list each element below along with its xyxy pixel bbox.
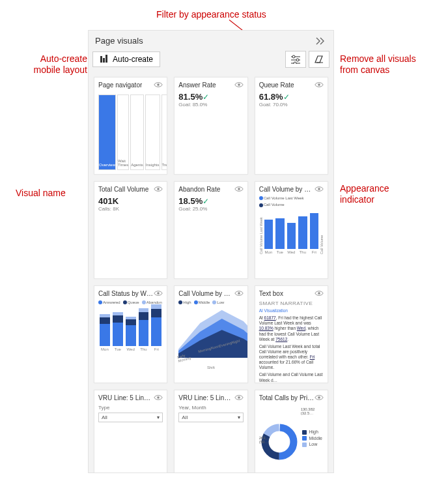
kpi-goal: Goal: 85.0% <box>178 102 243 108</box>
tile-title: Answer Rate <box>178 81 216 89</box>
svg-point-12 <box>318 83 320 86</box>
svg-point-15 <box>318 188 320 190</box>
legend: High Middle Low <box>302 428 322 448</box>
slicer-dropdown[interactable]: All ▾ <box>98 413 163 422</box>
chevron-down-icon: ▾ <box>238 414 240 420</box>
kpi-value: 401K <box>98 196 119 206</box>
svg-point-16 <box>158 292 160 295</box>
tile-call-volume-by-s[interactable]: Call Volume by S… High Middle Low Early … <box>174 285 247 383</box>
kpi-value: 81.5% <box>178 92 203 102</box>
eraser-icon <box>314 55 324 64</box>
tile-title: Text box <box>259 290 283 297</box>
svg-point-18 <box>318 292 320 295</box>
page-navigator-preview: Overview Wait Times Agents Insights Tren… <box>98 92 163 170</box>
slicer-field: Type <box>98 405 163 411</box>
kpi-goal: Goal: 25.0% <box>178 206 243 212</box>
svg-point-13 <box>158 188 160 190</box>
anno-visual-name: Visual name <box>16 188 66 199</box>
panel-title: Page visuals <box>95 36 143 46</box>
slicer-field: Year, Month <box>178 405 243 411</box>
stacked-bar-chart: Mon Tue Wed Thu Fri <box>98 306 163 351</box>
visibility-icon[interactable] <box>234 289 244 298</box>
chevron-down-icon: ▾ <box>157 414 160 420</box>
panel-toolbar: Auto-create <box>89 50 333 72</box>
svg-point-8 <box>294 62 296 64</box>
svg-point-20 <box>238 396 240 399</box>
svg-point-14 <box>238 188 240 190</box>
slicer-dropdown[interactable]: All ▾ <box>178 413 243 422</box>
tile-total-calls-by-pri[interactable]: Total Calls by Pri… 203,… (50.… <box>255 390 328 472</box>
tile-call-status-by-w[interactable]: Call Status by W… Answered Queue Abandon… <box>94 285 167 383</box>
visibility-icon[interactable] <box>154 184 163 194</box>
tile-abandon-rate[interactable]: Abandon Rate 18.5%✓ Goal: 25.0% <box>174 181 247 279</box>
visibility-icon[interactable] <box>154 393 163 402</box>
tile-text-box[interactable]: Text box SMART NARRATIVE AI Visualizatio… <box>255 285 328 383</box>
visibility-icon[interactable] <box>154 289 163 298</box>
tile-title: Total Call Volume <box>98 186 148 193</box>
bar-chart: Mon Tue Wed Thu Fri <box>263 209 320 254</box>
visuals-grid: Page navigator Overview Wait Times Agent… <box>89 72 333 472</box>
anno-autocreate: Auto-create mobile layout <box>9 53 87 76</box>
visibility-icon[interactable] <box>315 184 324 194</box>
smart-narrative: SMART NARRATIVE AI Visualization At 6187… <box>255 299 328 383</box>
svg-rect-2 <box>105 55 107 63</box>
visibility-icon[interactable] <box>315 80 324 89</box>
tile-title: Page navigator <box>98 81 142 89</box>
tile-vru-line-2[interactable]: VRU Line: 5 Line… Year, Month All ▾ <box>174 390 247 472</box>
collapse-icon[interactable] <box>315 37 327 45</box>
auto-create-button[interactable]: Auto-create <box>92 51 160 67</box>
visibility-icon[interactable] <box>154 80 163 89</box>
tile-page-navigator[interactable]: Page navigator Overview Wait Times Agent… <box>94 77 167 175</box>
tile-total-call-volume[interactable]: Total Call Volume 401K Calls: 8K <box>94 181 167 279</box>
tile-title: Total Calls by Pri… <box>259 394 314 401</box>
svg-point-21 <box>318 396 320 399</box>
svg-rect-1 <box>103 58 105 63</box>
svg-rect-0 <box>100 56 102 63</box>
anno-appearance: Appearance indicator <box>340 183 389 205</box>
tile-queue-rate[interactable]: Queue Rate 61.8%✓ Goal: 70.0% <box>255 77 328 175</box>
tile-call-volume-by[interactable]: Call Volume by … Call Volume Last Week C… <box>255 181 328 279</box>
filter-button[interactable] <box>285 51 306 68</box>
anno-filter: Filter by appearance status <box>156 9 266 20</box>
visibility-icon[interactable] <box>234 393 244 402</box>
eraser-button[interactable] <box>309 51 329 68</box>
tile-title: Abandon Rate <box>178 186 220 193</box>
kpi-value: 18.5% <box>178 196 203 206</box>
visibility-icon[interactable] <box>234 184 244 194</box>
svg-point-19 <box>158 396 160 399</box>
tile-answer-rate[interactable]: Answer Rate 81.5%✓ Goal: 85.0% <box>174 77 247 175</box>
tile-vru-line-1[interactable]: VRU Line: 5 Line… Type All ▾ <box>94 390 167 472</box>
auto-create-icon <box>100 55 109 64</box>
svg-point-4 <box>292 55 295 58</box>
svg-point-10 <box>158 83 160 86</box>
tile-title: Call Volume by S… <box>178 290 234 297</box>
kpi-goal: Goal: 70.0% <box>259 102 324 108</box>
tile-title: VRU Line: 5 Line… <box>178 394 234 401</box>
tile-title: Call Volume by … <box>259 186 311 193</box>
tile-title: VRU Line: 5 Line… <box>98 394 154 401</box>
legend: High Middle Low <box>178 300 243 304</box>
page-visuals-panel: Page visuals Auto-create Page navi <box>88 30 334 473</box>
y-axis-right: Call Volume <box>320 209 324 254</box>
kpi-sub: Calls: 8K <box>98 206 163 212</box>
visibility-icon[interactable] <box>315 393 324 402</box>
y-axis-left: Call Volume Last Week <box>259 209 263 254</box>
svg-point-17 <box>238 292 240 295</box>
svg-point-11 <box>238 83 240 86</box>
tile-title: Call Status by W… <box>98 290 153 297</box>
x-axis-label: Shift <box>178 366 243 370</box>
tile-title: Queue Rate <box>259 81 294 89</box>
legend: Call Volume Last Week Call Volume <box>259 196 324 207</box>
auto-create-label: Auto-create <box>113 55 153 64</box>
visibility-icon[interactable] <box>315 289 324 298</box>
svg-point-6 <box>296 59 299 61</box>
visibility-icon[interactable] <box>234 80 244 89</box>
anno-remove: Remove all visuals from canvas <box>340 53 416 76</box>
kpi-value: 61.8% <box>259 92 283 102</box>
panel-header: Page visuals <box>89 31 333 50</box>
sliders-icon <box>290 55 301 64</box>
